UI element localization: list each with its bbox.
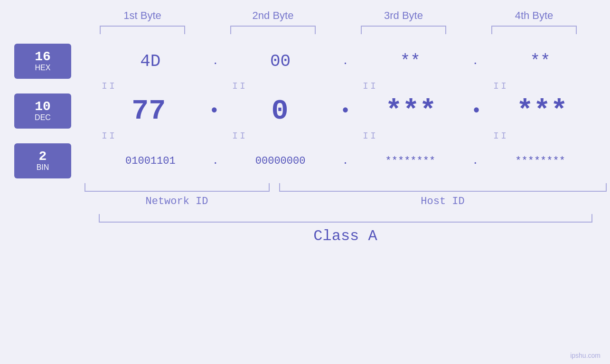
dot-bin-3: . [472,156,478,167]
bin-byte-4: ******** [480,155,601,167]
bin-row: 2 BIN 01001101 . 00000000 . ******** . *… [0,143,610,178]
bracket-gap [270,183,279,192]
outer-bracket-area [99,214,592,223]
hex-byte-4: ** [480,52,601,71]
eq-1-2: II [192,81,287,92]
hex-bytes: 4D . 00 . ** . ** [81,52,610,71]
dec-byte-1: 77 [90,95,207,127]
dec-label: 10 DEC [14,93,71,129]
bin-byte-3: ******** [350,155,471,167]
byte-header-4: 4th Byte [487,9,582,22]
dot-dec-1: • [209,102,220,121]
dot-bin-1: . [213,156,218,167]
bracket-top-3 [361,26,446,34]
network-bracket [84,183,270,192]
eq-2-3: II [323,131,418,141]
bracket-top-2 [230,26,316,34]
hex-byte-3: ** [350,52,471,71]
dec-bytes: 77 • 0 • *** • *** [81,95,610,127]
dot-bin-2: . [342,156,348,167]
eq-2-4: II [453,131,548,141]
eq-1-4: II [453,81,548,92]
bottom-brackets [84,183,607,192]
host-id-label: Host ID [279,196,607,207]
class-label: Class A [84,227,607,245]
byte-header-2: 2nd Byte [225,9,320,22]
bin-label: 2 BIN [14,143,71,178]
dec-byte-2: 0 [221,95,338,127]
watermark: ipshu.com [570,352,601,359]
hex-label: 16 HEX [14,44,71,79]
eq-1-3: II [323,81,418,92]
host-bracket [279,183,607,192]
top-brackets [77,26,600,34]
dec-byte-3: *** [352,95,469,127]
dot-hex-2: . [342,56,348,67]
eq-2-1: II [62,131,157,141]
dot-hex-1: . [213,56,218,67]
main-container: 1st Byte 2nd Byte 3rd Byte 4th Byte 16 H… [0,0,610,364]
equals-row-1: II II II II [44,81,566,92]
eq-1-1: II [62,81,157,92]
dot-dec-3: • [471,102,482,121]
byte-header-1: 1st Byte [95,9,190,22]
eq-2-2: II [192,131,287,141]
id-gap [270,196,279,207]
bracket-top-1 [100,26,185,34]
hex-byte-2: 00 [220,52,341,71]
bracket-top-4 [491,26,577,34]
bin-byte-1: 01001101 [90,155,211,167]
byte-header-3: 3rd Byte [356,9,451,22]
bin-byte-2: 00000000 [220,155,341,167]
hex-row: 16 HEX 4D . 00 . ** . ** [0,44,610,79]
bin-bytes: 01001101 . 00000000 . ******** . *******… [81,155,610,167]
network-id-label: Network ID [84,196,270,207]
dec-row: 10 DEC 77 • 0 • *** • *** [0,93,610,129]
dec-byte-4: *** [483,95,601,127]
equals-row-2: II II II II [44,131,566,141]
byte-headers: 1st Byte 2nd Byte 3rd Byte 4th Byte [77,9,600,22]
id-labels: Network ID Host ID [84,196,607,207]
outer-bracket [99,214,592,223]
dot-hex-3: . [472,56,478,67]
hex-byte-1: 4D [90,52,211,71]
dot-dec-2: • [340,102,351,121]
